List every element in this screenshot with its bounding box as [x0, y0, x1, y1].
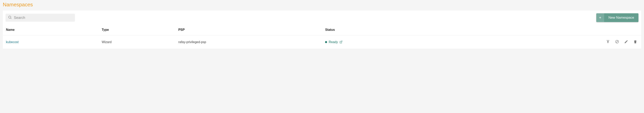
search-container	[6, 14, 75, 22]
namespaces-table: Name Type PSP Status kubecost Wizard raf…	[3, 26, 641, 49]
edit-button[interactable]	[624, 40, 628, 44]
svg-point-0	[8, 16, 11, 18]
open-external-icon	[340, 41, 342, 44]
namespace-psp: rafay-privileged-psp	[175, 35, 322, 49]
table-row: kubecost Wizard rafay-privileged-psp Rea…	[3, 35, 641, 49]
column-header-status: Status	[322, 26, 545, 35]
svg-line-2	[341, 41, 342, 42]
column-header-actions	[546, 26, 641, 35]
delete-button[interactable]	[633, 40, 637, 44]
trash-icon	[633, 40, 637, 44]
namespace-name-link[interactable]: kubecost	[6, 40, 18, 44]
svg-line-1	[11, 18, 12, 19]
status-dot-icon	[325, 41, 327, 43]
namespace-type: Wizard	[98, 35, 175, 49]
new-namespace-button[interactable]: + New Namespace	[596, 13, 638, 22]
upload-icon	[606, 40, 610, 44]
column-header-psp: PSP	[175, 26, 322, 35]
search-input[interactable]	[14, 16, 72, 20]
new-namespace-label: New Namespace	[604, 13, 638, 22]
column-header-name: Name	[3, 26, 98, 35]
svg-rect-3	[606, 40, 609, 41]
status-text: Ready	[329, 40, 338, 44]
row-actions	[549, 40, 637, 44]
disable-button[interactable]	[615, 40, 619, 44]
pencil-icon	[624, 40, 628, 44]
namespaces-card: + New Namespace Name Type PSP Status kub…	[3, 11, 641, 49]
plus-icon: +	[596, 13, 604, 22]
page-title: Namespaces	[0, 0, 644, 11]
publish-button[interactable]	[606, 40, 610, 44]
svg-line-5	[616, 41, 618, 43]
column-header-type: Type	[98, 26, 175, 35]
status-badge[interactable]: Ready	[325, 40, 542, 44]
toolbar: + New Namespace	[3, 11, 641, 26]
search-icon	[8, 15, 14, 20]
cancel-icon	[615, 40, 619, 44]
